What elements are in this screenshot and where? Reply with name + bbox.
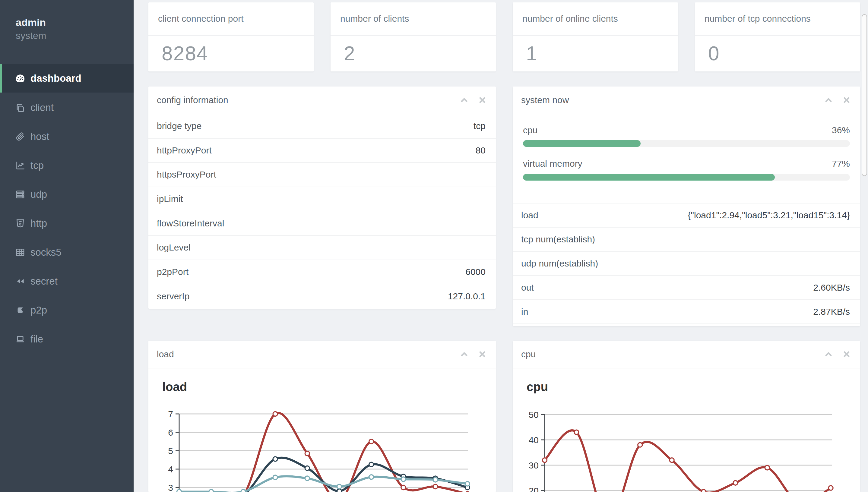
panel-actions [460, 96, 487, 105]
sidebar-item-host[interactable]: host [0, 122, 134, 151]
rewind-icon [15, 276, 25, 287]
row-label: bridge type [157, 121, 474, 131]
row-label: ipLimit [157, 194, 486, 204]
row-label: flowStoreInterval [157, 218, 486, 228]
table-row: udp num(establish) [513, 252, 860, 276]
sidebar-item-secret[interactable]: secret [0, 267, 134, 295]
sidebar-item-client[interactable]: client [0, 94, 134, 122]
system-gauges: cpu 36% virtual memory 77% [513, 114, 860, 203]
table-row: in2.87KB/s [513, 300, 860, 324]
row-value: 2.60KB/s [813, 282, 850, 293]
row-label: httpsProxyPort [157, 169, 486, 180]
table-row: tcp num(establish) [513, 228, 860, 252]
stat-card-label: number of online clients [513, 2, 678, 35]
svg-text:3: 3 [168, 483, 173, 492]
panel-actions [824, 350, 851, 359]
stat-card-clients: number of clients 2 [331, 2, 496, 71]
table-row: logLevel [148, 236, 496, 260]
table-row: httpProxyPort80 [148, 139, 496, 163]
sidebar-item-label: dashboard [30, 73, 81, 84]
svg-text:50: 50 [529, 410, 539, 420]
flag-icon [15, 305, 25, 315]
svg-text:6: 6 [168, 427, 173, 438]
panel-header: config information [148, 87, 496, 114]
stat-card-client-port: client connection port 8284 [148, 2, 314, 71]
user-role: system [16, 29, 46, 42]
user-name: admin [16, 16, 46, 29]
row-value: {"load1":2.94,"load5":3.21,"load15":3.14… [688, 210, 850, 220]
svg-text:4: 4 [168, 464, 173, 474]
panel-header: system now [513, 87, 860, 114]
panel-header: load [148, 341, 496, 368]
cpu-progress-fill [523, 140, 641, 147]
table-row: serverIp127.0.0.1 [148, 284, 496, 309]
sidebar-item-dashboard[interactable]: dashboard [0, 64, 134, 93]
load-chart-canvas[interactable]: 76543 [148, 368, 496, 492]
cpu-progress-bar [523, 140, 850, 147]
collapse-chevron-up-icon[interactable] [460, 96, 469, 105]
row-label: udp num(establish) [521, 259, 850, 269]
close-icon[interactable] [478, 350, 487, 359]
table-row: load{"load1":2.94,"load5":3.21,"load15":… [513, 203, 860, 228]
stat-card-label: number of clients [331, 2, 496, 35]
sidebar-item-label: http [30, 218, 47, 229]
sidebar-item-socks5[interactable]: socks5 [0, 238, 134, 267]
gauge-percent: 77% [832, 158, 850, 169]
virtual-memory-progress-fill [523, 174, 775, 180]
svg-text:40: 40 [529, 435, 539, 445]
sidebar-item-p2p[interactable]: p2p [0, 296, 134, 324]
sidebar-item-label: tcp [30, 160, 44, 171]
close-icon[interactable] [478, 96, 487, 105]
load-chart-panel: load load 76543 [148, 341, 496, 492]
panel-actions [460, 350, 487, 359]
stat-card-value: 2 [331, 35, 496, 71]
dashboard-gauge-icon [15, 73, 25, 83]
stat-card-tcp-connections: number of tcp connections 0 [695, 2, 860, 71]
system-rows: load{"load1":2.94,"load5":3.21,"load15":… [513, 203, 860, 324]
row-label: tcp num(establish) [521, 234, 850, 245]
sidebar-item-http[interactable]: http [0, 209, 134, 238]
row-label: out [521, 282, 813, 293]
sidebar-item-label: file [30, 334, 43, 345]
table-row: p2pPort6000 [148, 260, 496, 285]
html5-shield-icon [15, 218, 25, 228]
collapse-chevron-up-icon[interactable] [824, 96, 833, 105]
cpu-chart-canvas[interactable]: 50403020 [513, 368, 860, 492]
collapse-chevron-up-icon[interactable] [460, 350, 469, 359]
sidebar-item-label: secret [30, 275, 57, 287]
sidebar-item-label: client [30, 102, 54, 113]
sidebar-item-label: udp [30, 189, 47, 200]
svg-text:5: 5 [168, 446, 173, 456]
panel-header: cpu [513, 341, 860, 368]
sidebar-item-udp[interactable]: udp [0, 180, 134, 208]
row-label: p2pPort [157, 267, 465, 277]
stat-card-label: client connection port [148, 2, 314, 35]
close-icon[interactable] [842, 350, 851, 359]
sidebar-item-file[interactable]: file [0, 325, 134, 353]
panel-title: load [157, 349, 460, 359]
sidebar-item-tcp[interactable]: tcp [0, 151, 134, 180]
row-value: 80 [476, 145, 486, 155]
row-label: in [521, 306, 813, 317]
row-value: 6000 [465, 267, 486, 277]
cpu-chart-panel: cpu cpu 50403020 [513, 341, 860, 492]
system-now-panel: system now cpu 36% virtual memory 77% lo… [513, 87, 860, 326]
svg-text:30: 30 [529, 460, 539, 470]
table-grid-icon [15, 247, 25, 257]
close-icon[interactable] [842, 96, 851, 105]
user-block: admin system [16, 16, 46, 42]
scrollbar-thumb[interactable] [862, 14, 867, 176]
panel-actions [824, 96, 851, 105]
row-label: serverIp [157, 291, 448, 301]
row-label: load [521, 210, 688, 220]
sidebar-item-label: socks5 [30, 247, 62, 258]
panel-title: cpu [521, 349, 824, 359]
collapse-chevron-up-icon[interactable] [824, 350, 833, 359]
sidebar-item-label: host [30, 131, 49, 142]
row-value: 127.0.0.1 [448, 291, 486, 301]
laptop-icon [15, 334, 25, 344]
paperclip-icon [15, 131, 25, 142]
config-information-panel: config information bridge typetcp httpPr… [148, 87, 496, 309]
sidebar: admin system dashboard client host tcp u… [0, 0, 134, 492]
config-rows: bridge typetcp httpProxyPort80 httpsProx… [148, 114, 496, 309]
